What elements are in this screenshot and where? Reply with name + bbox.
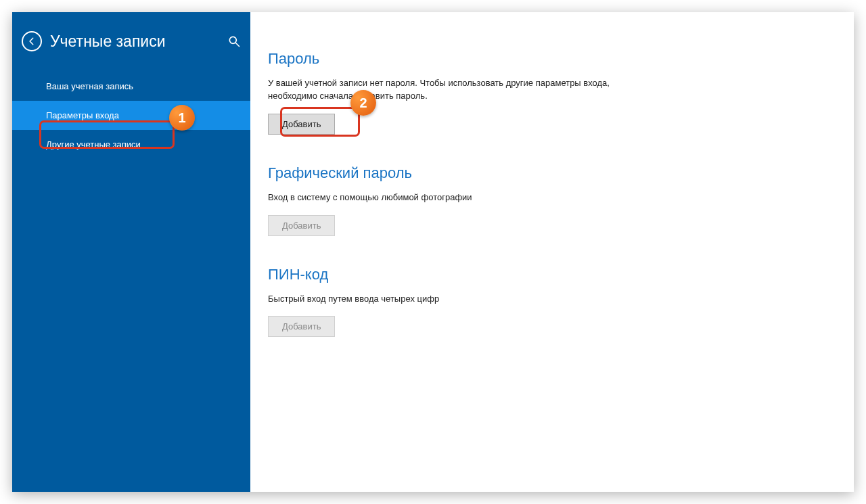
search-icon[interactable] [227, 35, 241, 48]
section-picture-password: Графический пароль Вход в систему с помо… [268, 164, 813, 236]
sidebar-item-label: Ваша учетная запись [46, 81, 133, 91]
section-title-password: Пароль [268, 50, 813, 68]
section-password: Пароль У вашей учетной записи нет пароля… [268, 50, 813, 135]
section-pin: ПИН-код Быстрый вход путем ввода четырех… [268, 266, 813, 338]
sidebar-item-signin-options[interactable]: Параметры входа [12, 101, 250, 130]
back-button[interactable] [22, 31, 42, 51]
svg-line-1 [236, 43, 240, 47]
sidebar-item-other-accounts[interactable]: Другие учетные записи [12, 130, 250, 159]
sidebar-item-your-account[interactable]: Ваша учетная запись [12, 72, 250, 101]
page-title: Учетные записи [50, 32, 227, 51]
section-title-pin: ПИН-код [268, 266, 813, 283]
settings-window: Учетные записи Ваша учетная запись Парам… [12, 12, 854, 492]
main-content: Пароль У вашей учетной записи нет пароля… [250, 12, 854, 492]
section-desc-picture: Вход в систему с помощью любимой фотогра… [268, 191, 633, 204]
section-title-picture: Графический пароль [268, 164, 813, 182]
sidebar-item-label: Параметры входа [46, 110, 119, 120]
svg-point-0 [229, 37, 236, 43]
arrow-left-icon [27, 37, 37, 46]
add-picture-password-button: Добавить [268, 215, 335, 236]
nav-list: Ваша учетная запись Параметры входа Друг… [12, 72, 250, 159]
section-desc-pin: Быстрый вход путем ввода четырех цифр [268, 293, 633, 306]
add-pin-button: Добавить [268, 316, 335, 337]
add-password-button[interactable]: Добавить [268, 114, 335, 135]
sidebar-item-label: Другие учетные записи [46, 139, 141, 150]
sidebar: Учетные записи Ваша учетная запись Парам… [12, 12, 250, 492]
sidebar-header: Учетные записи [12, 24, 250, 69]
section-desc-password: У вашей учетной записи нет пароля. Чтобы… [268, 77, 633, 103]
